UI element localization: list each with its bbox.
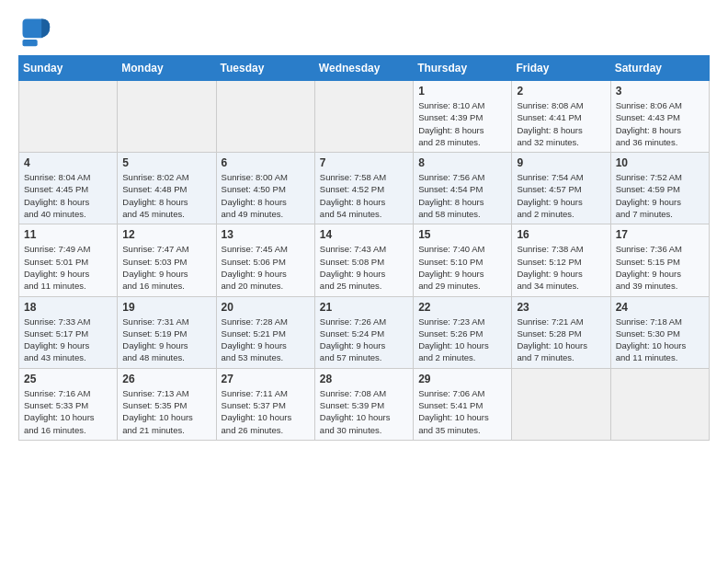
calendar-cell xyxy=(610,368,709,440)
day-info: Sunrise: 7:49 AMSunset: 5:01 PMDaylight:… xyxy=(24,243,112,292)
day-info: Sunrise: 7:45 AMSunset: 5:06 PMDaylight:… xyxy=(222,243,310,292)
day-info: Sunrise: 8:00 AMSunset: 4:50 PMDaylight:… xyxy=(222,171,310,220)
calendar-cell: 26Sunrise: 7:13 AMSunset: 5:35 PMDayligh… xyxy=(118,368,216,440)
day-info: Sunrise: 7:08 AMSunset: 5:39 PMDaylight:… xyxy=(320,387,408,436)
calendar-cell: 23Sunrise: 7:21 AMSunset: 5:28 PMDayligh… xyxy=(512,296,610,368)
day-number: 26 xyxy=(122,373,210,385)
day-info: Sunrise: 7:31 AMSunset: 5:19 PMDaylight:… xyxy=(122,316,210,364)
calendar-week-4: 18Sunrise: 7:33 AMSunset: 5:17 PMDayligh… xyxy=(19,296,710,368)
calendar-cell: 21Sunrise: 7:26 AMSunset: 5:24 PMDayligh… xyxy=(314,296,413,368)
weekday-header-saturday: Saturday xyxy=(610,56,709,81)
day-info: Sunrise: 7:56 AMSunset: 4:54 PMDaylight:… xyxy=(418,171,506,220)
calendar-cell: 27Sunrise: 7:11 AMSunset: 5:37 PMDayligh… xyxy=(216,368,314,440)
day-number: 27 xyxy=(222,373,310,385)
day-number: 1 xyxy=(418,85,506,98)
day-number: 15 xyxy=(418,228,506,241)
day-info: Sunrise: 8:02 AMSunset: 4:48 PMDaylight:… xyxy=(122,171,210,220)
calendar-cell: 28Sunrise: 7:08 AMSunset: 5:39 PMDayligh… xyxy=(314,368,413,440)
day-number: 16 xyxy=(517,228,605,241)
day-number: 9 xyxy=(517,156,605,169)
day-info: Sunrise: 7:13 AMSunset: 5:35 PMDaylight:… xyxy=(122,387,210,436)
calendar-cell: 20Sunrise: 7:28 AMSunset: 5:21 PMDayligh… xyxy=(216,296,314,368)
weekday-header-thursday: Thursday xyxy=(414,56,512,81)
day-info: Sunrise: 8:04 AMSunset: 4:45 PMDaylight:… xyxy=(24,171,112,220)
day-number: 22 xyxy=(418,301,506,314)
day-number: 23 xyxy=(517,301,605,314)
day-number: 6 xyxy=(222,156,310,169)
calendar-week-5: 25Sunrise: 7:16 AMSunset: 5:33 PMDayligh… xyxy=(19,368,710,440)
weekday-header-sunday: Sunday xyxy=(19,56,118,81)
day-info: Sunrise: 7:11 AMSunset: 5:37 PMDaylight:… xyxy=(222,387,310,436)
calendar-cell: 12Sunrise: 7:47 AMSunset: 5:03 PMDayligh… xyxy=(118,224,216,296)
day-number: 20 xyxy=(222,301,310,314)
calendar-cell xyxy=(118,81,216,153)
day-number: 8 xyxy=(418,156,506,169)
day-number: 10 xyxy=(616,156,704,169)
calendar-body: 1Sunrise: 8:10 AMSunset: 4:39 PMDaylight… xyxy=(19,81,710,441)
weekday-header-tuesday: Tuesday xyxy=(216,56,314,81)
calendar-cell: 18Sunrise: 7:33 AMSunset: 5:17 PMDayligh… xyxy=(19,296,118,368)
day-number: 17 xyxy=(616,228,704,241)
day-number: 3 xyxy=(616,85,704,98)
day-info: Sunrise: 8:08 AMSunset: 4:41 PMDaylight:… xyxy=(517,99,605,148)
calendar-cell: 22Sunrise: 7:23 AMSunset: 5:26 PMDayligh… xyxy=(414,296,512,368)
calendar-cell: 16Sunrise: 7:38 AMSunset: 5:12 PMDayligh… xyxy=(512,224,610,296)
day-info: Sunrise: 7:26 AMSunset: 5:24 PMDaylight:… xyxy=(320,316,408,364)
day-info: Sunrise: 7:38 AMSunset: 5:12 PMDaylight:… xyxy=(517,243,605,292)
day-info: Sunrise: 7:36 AMSunset: 5:15 PMDaylight:… xyxy=(616,243,704,292)
day-number: 7 xyxy=(320,156,408,169)
day-number: 14 xyxy=(320,228,408,241)
calendar-week-2: 4Sunrise: 8:04 AMSunset: 4:45 PMDaylight… xyxy=(19,153,710,224)
page-container: SundayMondayTuesdayWednesdayThursdayFrid… xyxy=(0,0,728,450)
day-info: Sunrise: 7:40 AMSunset: 5:10 PMDaylight:… xyxy=(418,243,506,292)
day-info: Sunrise: 7:43 AMSunset: 5:08 PMDaylight:… xyxy=(320,243,408,292)
calendar-cell: 6Sunrise: 8:00 AMSunset: 4:50 PMDaylight… xyxy=(216,153,314,224)
day-info: Sunrise: 8:10 AMSunset: 4:39 PMDaylight:… xyxy=(418,99,506,148)
calendar-cell: 19Sunrise: 7:31 AMSunset: 5:19 PMDayligh… xyxy=(118,296,216,368)
weekday-header-friday: Friday xyxy=(512,56,610,81)
weekday-header-wednesday: Wednesday xyxy=(314,56,413,81)
svg-rect-1 xyxy=(23,40,38,46)
weekday-header-monday: Monday xyxy=(118,56,216,81)
day-info: Sunrise: 7:06 AMSunset: 5:41 PMDaylight:… xyxy=(418,387,506,436)
day-info: Sunrise: 7:52 AMSunset: 4:59 PMDaylight:… xyxy=(616,171,704,220)
day-info: Sunrise: 7:47 AMSunset: 5:03 PMDaylight:… xyxy=(122,243,210,292)
logo-icon xyxy=(18,15,51,48)
calendar-cell: 4Sunrise: 8:04 AMSunset: 4:45 PMDaylight… xyxy=(19,153,118,224)
day-info: Sunrise: 7:21 AMSunset: 5:28 PMDaylight:… xyxy=(517,316,605,364)
calendar-week-3: 11Sunrise: 7:49 AMSunset: 5:01 PMDayligh… xyxy=(19,224,710,296)
calendar-cell: 1Sunrise: 8:10 AMSunset: 4:39 PMDaylight… xyxy=(414,81,512,153)
calendar-table: SundayMondayTuesdayWednesdayThursdayFrid… xyxy=(18,55,710,441)
day-number: 29 xyxy=(418,373,506,385)
calendar-cell: 8Sunrise: 7:56 AMSunset: 4:54 PMDaylight… xyxy=(414,153,512,224)
calendar-cell: 5Sunrise: 8:02 AMSunset: 4:48 PMDaylight… xyxy=(118,153,216,224)
day-info: Sunrise: 7:58 AMSunset: 4:52 PMDaylight:… xyxy=(320,171,408,220)
calendar-cell: 3Sunrise: 8:06 AMSunset: 4:43 PMDaylight… xyxy=(610,81,709,153)
day-info: Sunrise: 7:23 AMSunset: 5:26 PMDaylight:… xyxy=(418,316,506,364)
calendar-cell: 9Sunrise: 7:54 AMSunset: 4:57 PMDaylight… xyxy=(512,153,610,224)
day-info: Sunrise: 7:28 AMSunset: 5:21 PMDaylight:… xyxy=(222,316,310,364)
day-number: 28 xyxy=(320,373,408,385)
day-info: Sunrise: 7:33 AMSunset: 5:17 PMDaylight:… xyxy=(24,316,112,364)
calendar-cell xyxy=(512,368,610,440)
day-number: 24 xyxy=(616,301,704,314)
day-info: Sunrise: 8:06 AMSunset: 4:43 PMDaylight:… xyxy=(616,99,704,148)
calendar-cell: 13Sunrise: 7:45 AMSunset: 5:06 PMDayligh… xyxy=(216,224,314,296)
day-number: 12 xyxy=(122,228,210,241)
day-number: 4 xyxy=(24,156,112,169)
calendar-cell: 11Sunrise: 7:49 AMSunset: 5:01 PMDayligh… xyxy=(19,224,118,296)
day-number: 11 xyxy=(24,228,112,241)
calendar-cell: 2Sunrise: 8:08 AMSunset: 4:41 PMDaylight… xyxy=(512,81,610,153)
calendar-cell: 25Sunrise: 7:16 AMSunset: 5:33 PMDayligh… xyxy=(19,368,118,440)
calendar-cell xyxy=(216,81,314,153)
calendar-cell: 24Sunrise: 7:18 AMSunset: 5:30 PMDayligh… xyxy=(610,296,709,368)
day-info: Sunrise: 7:16 AMSunset: 5:33 PMDaylight:… xyxy=(24,387,112,436)
calendar-header: SundayMondayTuesdayWednesdayThursdayFrid… xyxy=(19,56,710,81)
calendar-cell: 15Sunrise: 7:40 AMSunset: 5:10 PMDayligh… xyxy=(414,224,512,296)
weekday-header-row: SundayMondayTuesdayWednesdayThursdayFrid… xyxy=(19,56,710,81)
calendar-cell: 14Sunrise: 7:43 AMSunset: 5:08 PMDayligh… xyxy=(314,224,413,296)
header xyxy=(18,15,710,48)
day-info: Sunrise: 7:54 AMSunset: 4:57 PMDaylight:… xyxy=(517,171,605,220)
logo xyxy=(18,15,57,48)
day-number: 2 xyxy=(517,85,605,98)
